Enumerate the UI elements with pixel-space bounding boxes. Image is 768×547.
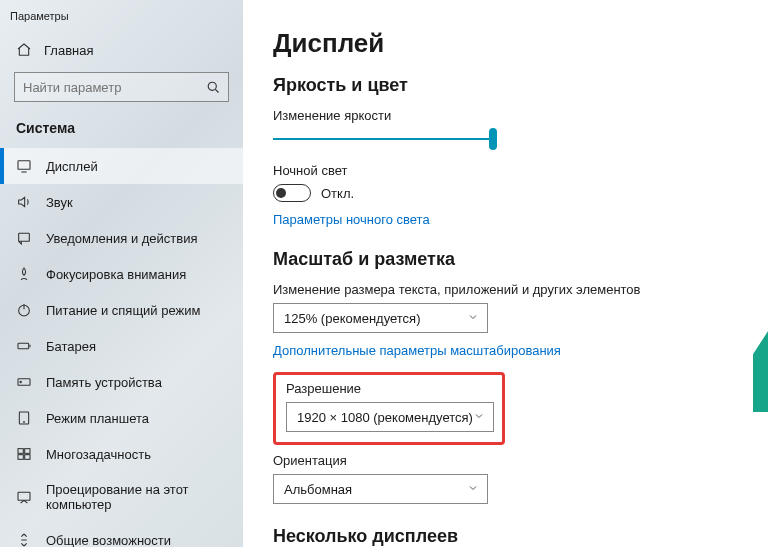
- sidebar-item-label: Звук: [46, 195, 73, 210]
- nightlight-label: Ночной свет: [273, 163, 768, 178]
- nightlight-toggle[interactable]: [273, 184, 311, 202]
- svg-rect-13: [18, 492, 30, 500]
- sound-icon: [16, 194, 32, 210]
- scale-advanced-link[interactable]: Дополнительные параметры масштабирования: [273, 343, 768, 358]
- chevron-down-icon: [473, 410, 485, 425]
- multitasking-icon: [16, 446, 32, 462]
- home-icon: [16, 42, 32, 58]
- chevron-down-icon: [467, 311, 479, 326]
- svg-rect-11: [18, 455, 23, 460]
- search-input[interactable]: [14, 72, 229, 102]
- main-content: Дисплей Яркость и цвет Изменение яркости…: [243, 0, 768, 547]
- sidebar-item-label: Батарея: [46, 339, 96, 354]
- storage-icon: [16, 374, 32, 390]
- sidebar-item-tablet[interactable]: Режим планшета: [0, 400, 243, 436]
- svg-point-0: [208, 82, 216, 90]
- svg-rect-9: [18, 449, 23, 454]
- svg-point-8: [24, 422, 25, 423]
- focus-icon: [16, 266, 32, 282]
- sidebar-item-shared[interactable]: Общие возможности: [0, 522, 243, 547]
- battery-icon: [16, 338, 32, 354]
- svg-rect-12: [25, 455, 30, 460]
- svg-rect-1: [18, 161, 30, 170]
- svg-rect-4: [18, 343, 29, 348]
- power-icon: [16, 302, 32, 318]
- chevron-down-icon: [467, 482, 479, 497]
- search-icon[interactable]: [205, 79, 221, 95]
- sidebar-item-label: Дисплей: [46, 159, 98, 174]
- brightness-slider[interactable]: [273, 129, 493, 149]
- brightness-label: Изменение яркости: [273, 108, 768, 123]
- sidebar-item-projecting[interactable]: Проецирование на этот компьютер: [0, 472, 243, 522]
- sidebar-item-power[interactable]: Питание и спящий режим: [0, 292, 243, 328]
- sidebar-item-label: Уведомления и действия: [46, 231, 198, 246]
- nightlight-settings-link[interactable]: Параметры ночного света: [273, 212, 768, 227]
- resolution-value: 1920 × 1080 (рекомендуется): [297, 410, 473, 425]
- svg-point-6: [20, 381, 21, 382]
- scale-dropdown[interactable]: 125% (рекомендуется): [273, 303, 488, 333]
- resolution-label: Разрешение: [286, 381, 492, 396]
- page-title: Дисплей: [273, 28, 768, 59]
- svg-rect-10: [25, 449, 30, 454]
- sidebar-item-label: Фокусировка внимания: [46, 267, 186, 282]
- scale-label: Изменение размера текста, приложений и д…: [273, 282, 768, 297]
- sidebar-item-focus[interactable]: Фокусировка внимания: [0, 256, 243, 292]
- sidebar-item-sound[interactable]: Звук: [0, 184, 243, 220]
- annotation-arrow: [753, 252, 768, 412]
- search-wrap: [14, 72, 229, 102]
- orientation-value: Альбомная: [284, 482, 352, 497]
- sidebar-nav: Дисплей Звук Уведомления и действия Фоку…: [0, 148, 243, 547]
- sidebar-item-storage[interactable]: Память устройства: [0, 364, 243, 400]
- orientation-label: Ориентация: [273, 453, 768, 468]
- multi-display-section-title: Несколько дисплеев: [273, 526, 768, 547]
- home-link[interactable]: Главная: [0, 34, 243, 68]
- shared-icon: [16, 532, 32, 547]
- scale-section-title: Масштаб и разметка: [273, 249, 768, 270]
- sidebar-item-label: Общие возможности: [46, 533, 171, 548]
- tablet-icon: [16, 410, 32, 426]
- resolution-highlight: Разрешение 1920 × 1080 (рекомендуется): [273, 372, 505, 445]
- projecting-icon: [16, 489, 32, 505]
- sidebar-item-label: Память устройства: [46, 375, 162, 390]
- notifications-icon: [16, 230, 32, 246]
- svg-rect-2: [19, 233, 30, 241]
- nightlight-state: Откл.: [321, 186, 354, 201]
- orientation-dropdown[interactable]: Альбомная: [273, 474, 488, 504]
- sidebar-item-display[interactable]: Дисплей: [0, 148, 243, 184]
- sidebar-item-battery[interactable]: Батарея: [0, 328, 243, 364]
- sidebar-item-label: Проецирование на этот компьютер: [46, 482, 227, 512]
- sidebar-item-notifications[interactable]: Уведомления и действия: [0, 220, 243, 256]
- scale-value: 125% (рекомендуется): [284, 311, 420, 326]
- sidebar-item-label: Питание и спящий режим: [46, 303, 200, 318]
- sidebar-item-label: Многозадачность: [46, 447, 151, 462]
- brightness-slider-thumb[interactable]: [489, 128, 497, 150]
- sidebar-item-label: Режим планшета: [46, 411, 149, 426]
- sidebar-item-multitasking[interactable]: Многозадачность: [0, 436, 243, 472]
- resolution-dropdown[interactable]: 1920 × 1080 (рекомендуется): [286, 402, 494, 432]
- category-header: Система: [0, 114, 243, 148]
- home-label: Главная: [44, 43, 93, 58]
- brightness-section-title: Яркость и цвет: [273, 75, 768, 96]
- sidebar: Параметры Главная Система: [0, 0, 243, 547]
- display-icon: [16, 158, 32, 174]
- window-title: Параметры: [0, 6, 243, 34]
